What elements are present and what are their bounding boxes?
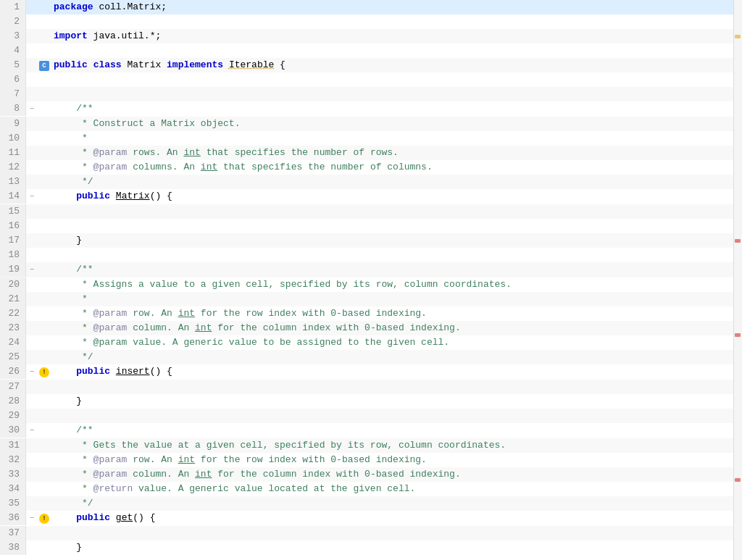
line-number: 25: [0, 350, 26, 364]
class-icon: C: [39, 61, 49, 71]
code-line: 30− /**: [0, 423, 742, 438]
line-number: 26: [0, 364, 26, 379]
code-content: *: [51, 292, 742, 306]
line-number: 22: [0, 306, 26, 321]
line-number: 5: [0, 58, 26, 72]
line-number: 32: [0, 453, 26, 467]
line-number: 1: [0, 0, 26, 14]
line-number: 36: [0, 511, 26, 525]
fold-gutter[interactable]: −: [26, 262, 38, 277]
line-number: 24: [0, 335, 26, 350]
line-number: 38: [0, 540, 26, 555]
code-line: 32 * @param row. An int for the row inde…: [0, 453, 742, 467]
code-content: public get() {: [51, 511, 742, 525]
line-number: 13: [0, 175, 26, 189]
line-number: 4: [0, 43, 26, 58]
line-number: 10: [0, 131, 26, 146]
code-line: 8− /**: [0, 101, 742, 117]
line-number: 8: [0, 101, 26, 116]
fold-gutter[interactable]: −: [26, 189, 38, 204]
line-number: 7: [0, 87, 26, 101]
code-content: * @param column. An int for the column i…: [51, 321, 742, 335]
code-content: * Assigns a value to a given cell, speci…: [51, 277, 742, 292]
code-content: /**: [51, 262, 742, 277]
code-content: }: [51, 394, 742, 409]
line-number: 18: [0, 248, 26, 262]
line-number: 30: [0, 423, 26, 438]
code-content: /**: [51, 423, 742, 438]
code-content: * @param row. An int for the row index w…: [51, 453, 742, 467]
line-number: 29: [0, 409, 26, 423]
code-line: 12 * @param columns. An int that specifi…: [0, 160, 742, 175]
code-content: * @param column. An int for the column i…: [51, 467, 742, 482]
warning-icon: !: [39, 514, 49, 524]
code-content: * Construct a Matrix object.: [51, 117, 742, 131]
line-number: 33: [0, 467, 26, 482]
code-line: 3import java.util.*;: [0, 29, 742, 43]
code-line: 25 */: [0, 350, 742, 364]
code-line: 7: [0, 87, 742, 101]
line-number: 34: [0, 482, 26, 496]
icon-gutter: !: [38, 364, 51, 379]
code-content: * @param columns. An int that specifies …: [51, 160, 742, 175]
code-line: 24 * @param value. A generic value to be…: [0, 335, 742, 350]
code-content: */: [51, 496, 742, 511]
line-number: 11: [0, 146, 26, 160]
code-line: 11 * @param rows. An int that specifies …: [0, 146, 742, 160]
code-line: 33 * @param column. An int for the colum…: [0, 467, 742, 482]
warning-icon: !: [39, 367, 49, 377]
code-line: 28 }: [0, 394, 742, 409]
fold-gutter[interactable]: −: [26, 364, 38, 380]
line-number: 23: [0, 321, 26, 335]
code-content: }: [51, 233, 742, 248]
code-content: public insert() {: [51, 364, 742, 379]
code-content: */: [51, 175, 742, 189]
code-line: 26−! public insert() {: [0, 364, 742, 380]
code-line: 18: [0, 248, 742, 262]
line-number: 31: [0, 438, 26, 453]
code-content: public class Matrix implements Iterable …: [51, 58, 742, 72]
code-line: 20 * Assigns a value to a given cell, sp…: [0, 277, 742, 292]
code-line: 37: [0, 526, 742, 540]
code-line: 27: [0, 380, 742, 394]
code-line: 35 */: [0, 496, 742, 511]
line-number: 14: [0, 189, 26, 204]
line-number: 17: [0, 233, 26, 248]
code-line: 34 * @return value. A generic value loca…: [0, 482, 742, 496]
code-line: 14− public Matrix() {: [0, 189, 742, 204]
line-number: 3: [0, 29, 26, 43]
code-line: 38 }: [0, 540, 742, 555]
code-content: public Matrix() {: [51, 189, 742, 204]
code-line: 9 * Construct a Matrix object.: [0, 117, 742, 131]
code-content: /**: [51, 101, 742, 116]
code-line: 15: [0, 204, 742, 219]
code-content: * Gets the value at a given cell, specif…: [51, 438, 742, 453]
code-line: 23 * @param column. An int for the colum…: [0, 321, 742, 335]
fold-gutter[interactable]: −: [26, 101, 38, 117]
line-number: 20: [0, 277, 26, 292]
code-line: 6: [0, 72, 742, 87]
code-content: import java.util.*;: [51, 29, 742, 43]
line-number: 15: [0, 204, 26, 219]
line-number: 19: [0, 262, 26, 277]
line-number: 21: [0, 292, 26, 306]
code-line: 31 * Gets the value at a given cell, spe…: [0, 438, 742, 453]
code-line: 1package coll.Matrix;: [0, 0, 742, 14]
code-content: * @param rows. An int that specifies the…: [51, 146, 742, 160]
line-number: 6: [0, 72, 26, 87]
line-number: 9: [0, 117, 26, 131]
code-content: */: [51, 350, 742, 364]
fold-gutter[interactable]: −: [26, 423, 38, 438]
fold-gutter[interactable]: −: [26, 511, 38, 526]
code-content: package coll.Matrix;: [51, 0, 742, 14]
code-line: 4: [0, 43, 742, 58]
code-content: * @param value. A generic value to be as…: [51, 335, 742, 350]
code-line: 2: [0, 14, 742, 29]
code-content: * @return value. A generic value located…: [51, 482, 742, 496]
icon-gutter: !: [38, 511, 51, 525]
line-number: 28: [0, 394, 26, 409]
code-line: 17 }: [0, 233, 742, 248]
line-number: 2: [0, 14, 26, 29]
line-number: 16: [0, 219, 26, 233]
code-line: 13 */: [0, 175, 742, 189]
